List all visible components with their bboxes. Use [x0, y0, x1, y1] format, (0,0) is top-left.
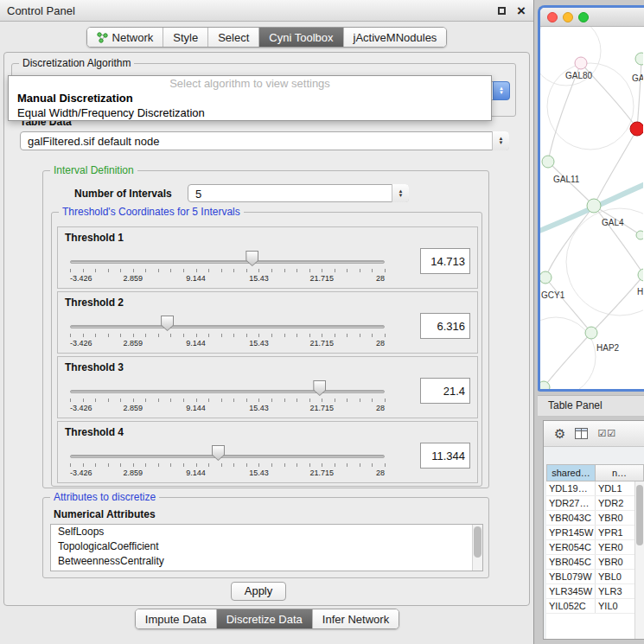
list-scrollbar[interactable]: [472, 525, 482, 571]
float-window-icon[interactable]: [498, 7, 506, 15]
tab-cyni-toolbox[interactable]: Cyni Toolbox: [258, 28, 342, 47]
table-panel-title: Table Panel: [548, 399, 603, 411]
network-edge[interactable]: [637, 60, 641, 129]
table-scrollbar[interactable]: [634, 481, 644, 639]
table-row[interactable]: YER054CYER0: [546, 540, 644, 555]
threshold-slider[interactable]: -3.4262.8599.14415.4321.71528: [68, 376, 386, 418]
tick-mark: [309, 463, 310, 467]
network-node-gcy1[interactable]: [540, 271, 552, 284]
apply-button[interactable]: Apply: [231, 582, 286, 601]
bottom-tab-bar: Impute DataDiscretize DataInfer Network: [135, 609, 399, 629]
slider-track[interactable]: [70, 455, 385, 458]
table-row[interactable]: YBR043CYBR0: [546, 511, 644, 526]
gear-icon[interactable]: ⚙: [554, 427, 565, 440]
tick-mark: [385, 334, 386, 337]
slider-track[interactable]: [70, 325, 385, 328]
combo-arrows-icon[interactable]: ▲▼: [492, 131, 509, 150]
tab-select[interactable]: Select: [207, 28, 258, 47]
table-row[interactable]: YDR27…YDR2: [546, 496, 644, 511]
tick-mark: [83, 269, 84, 272]
network-node[interactable]: [630, 122, 643, 136]
slider-thumb[interactable]: [245, 251, 258, 266]
threshold-slider[interactable]: -3.4262.8599.14415.4321.71528: [68, 311, 386, 353]
columns-icon[interactable]: [575, 428, 588, 439]
network-node-gal80[interactable]: [575, 57, 587, 69]
select-columns-icon[interactable]: ☑☑: [597, 428, 616, 439]
table-cell[interactable]: YPR145W: [546, 526, 596, 539]
threshold-box-4: Threshold 4-3.4262.8599.14415.4321.71528: [57, 421, 478, 483]
table-cell[interactable]: YLR345W: [546, 584, 596, 598]
table-cell[interactable]: YBR043C: [546, 511, 596, 525]
slider-thumb[interactable]: [161, 316, 174, 331]
table-row[interactable]: YDL19…YDL1: [546, 481, 644, 496]
network-node-hap2[interactable]: [585, 327, 597, 339]
table-row[interactable]: YBR045CYBR0: [546, 555, 644, 570]
column-header-1[interactable]: shared…: [546, 464, 596, 481]
number-of-intervals-combobox[interactable]: 5 ▲▼: [188, 184, 409, 202]
column-header-2[interactable]: n…: [596, 464, 644, 481]
table-cell[interactable]: YDL19…: [546, 481, 596, 495]
table-cell[interactable]: YBR045C: [546, 555, 596, 569]
close-icon[interactable]: ×: [517, 2, 526, 20]
scale-label: -3.426: [70, 339, 92, 348]
table-row[interactable]: YBL079WYBL0: [546, 570, 644, 584]
table-cell[interactable]: YDR27…: [546, 496, 596, 510]
attribute-item-topologicalcoefficient[interactable]: TopologicalCoefficient: [51, 539, 482, 554]
threshold-value-input[interactable]: [420, 378, 470, 404]
network-edge[interactable]: [544, 333, 591, 387]
network-edge[interactable]: [594, 129, 637, 206]
scrollbar-thumb[interactable]: [474, 526, 481, 558]
table-row[interactable]: YPR145WYPR1: [546, 526, 644, 540]
threshold-slider[interactable]: -3.4262.8599.14415.4321.71528: [68, 246, 386, 288]
tab-infer-network[interactable]: Infer Network: [312, 609, 399, 628]
network-edge[interactable]: [591, 275, 643, 333]
threshold-value-input[interactable]: [420, 443, 470, 469]
network-node[interactable]: [540, 381, 550, 389]
table-cell[interactable]: YIL052C: [546, 599, 596, 613]
mac-zoom-icon[interactable]: [578, 12, 589, 22]
combo-arrows-icon[interactable]: ▲▼: [392, 184, 409, 202]
threshold-slider[interactable]: -3.4262.8599.14415.4321.71528: [68, 441, 386, 482]
table-panel-titlebar: Table Panel: [538, 395, 644, 417]
network-node-gal11[interactable]: [542, 156, 554, 168]
network-node-gal4[interactable]: [587, 199, 601, 213]
tab-network[interactable]: Network: [87, 28, 163, 47]
dropdown-hint-item[interactable]: Select algorithm to view settings: [9, 76, 491, 91]
numerical-attributes-label: Numerical Attributes: [54, 508, 156, 520]
slider-thumb[interactable]: [212, 445, 225, 461]
table-row[interactable]: YIL052CYIL0: [546, 599, 644, 614]
slider-scale: -3.4262.8599.14415.4321.71528: [70, 404, 385, 414]
table-row[interactable]: YLR345WYLR3: [546, 584, 644, 599]
dropdown-option-manual-discretization[interactable]: Manual Discretization: [9, 91, 491, 105]
network-node[interactable]: [636, 231, 643, 239]
slider-track[interactable]: [70, 260, 385, 264]
tab-discretize-data[interactable]: Discretize Data: [216, 609, 312, 628]
combo-arrows-icon[interactable]: ▲▼: [493, 81, 510, 100]
network-node-ga[interactable]: [635, 53, 643, 65]
numerical-attributes-list[interactable]: SelfLoopsTopologicalCoefficientBetweenne…: [50, 524, 483, 571]
network-edge[interactable]: [594, 206, 643, 275]
mac-minimize-icon[interactable]: [563, 12, 573, 22]
slider-track[interactable]: [70, 390, 385, 393]
network-edge[interactable]: [545, 277, 591, 333]
tab-jactivemnodules[interactable]: jActiveMNodules: [343, 28, 447, 47]
table-toolbar: ⚙ ☑☑: [544, 421, 644, 447]
threshold-value-input[interactable]: [420, 313, 470, 339]
network-node-h[interactable]: [638, 269, 643, 281]
threshold-value-input[interactable]: [420, 248, 470, 274]
attribute-item-selfloops[interactable]: SelfLoops: [51, 525, 482, 539]
scrollbar-thumb[interactable]: [636, 485, 643, 545]
network-canvas[interactable]: GAL80GAGAL11GAL4GCY1HHAP2: [540, 27, 644, 389]
mac-close-icon[interactable]: [547, 12, 558, 22]
tab-impute-data[interactable]: Impute Data: [136, 609, 216, 628]
dropdown-option-equal-width-frequency-discretization[interactable]: Equal Width/Frequency Discretization: [9, 105, 491, 120]
tick-mark: [233, 269, 234, 272]
table-data-combobox[interactable]: galFiltered.sif default node ▲▼: [20, 131, 509, 150]
network-graph[interactable]: GAL80GAGAL11GAL4GCY1HHAP2: [540, 27, 643, 389]
control-panel-title: Control Panel: [7, 4, 75, 17]
slider-thumb[interactable]: [313, 380, 326, 396]
attribute-item-betweennesscentrality[interactable]: BetweennessCentrality: [51, 554, 482, 569]
table-cell[interactable]: YBL079W: [546, 570, 596, 583]
tab-style[interactable]: Style: [163, 28, 207, 47]
table-cell[interactable]: YER054C: [546, 540, 596, 554]
